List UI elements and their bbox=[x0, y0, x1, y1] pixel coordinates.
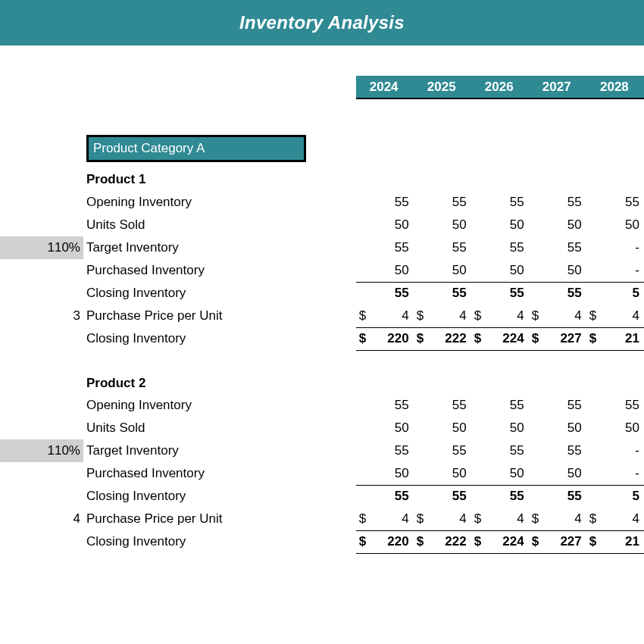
cell-value: 4 bbox=[483, 305, 529, 327]
cell-value: 50 bbox=[599, 214, 644, 236]
currency-symbol: $ bbox=[414, 508, 426, 530]
row-prefix bbox=[43, 191, 83, 214]
currency-symbol bbox=[586, 439, 599, 462]
row-label: Purchased Inventory bbox=[83, 462, 356, 485]
currency-symbol bbox=[586, 462, 599, 485]
currency-symbol: $ bbox=[356, 530, 368, 553]
cell-value: 50 bbox=[483, 214, 529, 236]
cell-value: 50 bbox=[368, 259, 414, 282]
cell-value: - bbox=[599, 236, 644, 259]
currency-symbol: $ bbox=[471, 508, 483, 530]
currency-symbol bbox=[414, 191, 426, 214]
cell-value: 4 bbox=[483, 508, 529, 530]
row-prefix bbox=[43, 259, 83, 282]
currency-symbol bbox=[529, 259, 541, 282]
currency-symbol bbox=[529, 236, 541, 259]
cell-value: 4 bbox=[541, 305, 586, 327]
cell-value: 55 bbox=[599, 191, 644, 214]
cell-value: 55 bbox=[426, 282, 471, 305]
currency-symbol: $ bbox=[414, 530, 426, 553]
cell-value: 4 bbox=[599, 508, 644, 530]
currency-symbol bbox=[586, 259, 599, 282]
cell-value: 227 bbox=[541, 327, 586, 350]
currency-symbol bbox=[471, 462, 483, 485]
row-label: Units Sold bbox=[83, 214, 356, 236]
inventory-table: 20242025202620272028Product Category APr… bbox=[0, 45, 644, 567]
currency-symbol bbox=[471, 394, 483, 417]
cell-value: 224 bbox=[483, 530, 529, 553]
cell-value: 50 bbox=[541, 214, 586, 236]
currency-symbol bbox=[586, 236, 599, 259]
cell-value: 50 bbox=[541, 462, 586, 485]
cell-value: 50 bbox=[426, 214, 471, 236]
row-prefix bbox=[43, 327, 83, 350]
currency-symbol bbox=[414, 439, 426, 462]
currency-symbol bbox=[414, 259, 426, 282]
currency-symbol: $ bbox=[529, 327, 541, 350]
currency-symbol bbox=[356, 439, 368, 462]
currency-symbol: $ bbox=[586, 530, 599, 553]
cell-value: 50 bbox=[368, 417, 414, 439]
currency-symbol bbox=[414, 485, 426, 508]
year-header: 2028 bbox=[586, 76, 644, 98]
row-label: Closing Inventory bbox=[83, 327, 356, 350]
currency-symbol bbox=[471, 191, 483, 214]
cell-value: 55 bbox=[483, 282, 529, 305]
row-label: Closing Inventory bbox=[83, 485, 356, 508]
currency-symbol bbox=[586, 282, 599, 305]
cell-value: 55 bbox=[426, 439, 471, 462]
currency-symbol: $ bbox=[586, 305, 599, 327]
cell-value: 5 bbox=[599, 282, 644, 305]
currency-symbol: $ bbox=[586, 327, 599, 350]
row-prefix bbox=[43, 485, 83, 508]
currency-symbol bbox=[471, 417, 483, 439]
currency-symbol bbox=[356, 214, 368, 236]
cell-value: 50 bbox=[368, 214, 414, 236]
cell-value: 55 bbox=[483, 191, 529, 214]
currency-symbol bbox=[356, 236, 368, 259]
currency-symbol bbox=[414, 462, 426, 485]
row-prefix: 3 bbox=[43, 305, 83, 327]
currency-symbol bbox=[529, 485, 541, 508]
year-header: 2024 bbox=[356, 76, 414, 98]
cell-value: 50 bbox=[426, 417, 471, 439]
currency-symbol: $ bbox=[586, 508, 599, 530]
currency-symbol bbox=[586, 191, 599, 214]
currency-symbol bbox=[529, 462, 541, 485]
currency-symbol bbox=[471, 259, 483, 282]
page-title: Inventory Analysis bbox=[0, 0, 644, 45]
row-prefix bbox=[43, 394, 83, 417]
row-prefix: 110% bbox=[43, 236, 83, 259]
currency-symbol: $ bbox=[356, 508, 368, 530]
cell-value: 222 bbox=[426, 327, 471, 350]
currency-symbol bbox=[356, 485, 368, 508]
currency-symbol bbox=[414, 394, 426, 417]
cell-value: 227 bbox=[541, 530, 586, 553]
currency-symbol bbox=[356, 259, 368, 282]
cell-value: 50 bbox=[368, 462, 414, 485]
currency-symbol bbox=[471, 282, 483, 305]
currency-symbol bbox=[586, 485, 599, 508]
cell-value: 55 bbox=[541, 191, 586, 214]
cell-value: 55 bbox=[368, 485, 414, 508]
row-label: Purchase Price per Unit bbox=[83, 508, 356, 530]
cell-value: 55 bbox=[483, 439, 529, 462]
row-prefix bbox=[43, 462, 83, 485]
currency-symbol bbox=[356, 191, 368, 214]
currency-symbol bbox=[356, 282, 368, 305]
currency-symbol bbox=[471, 236, 483, 259]
currency-symbol bbox=[529, 214, 541, 236]
row-prefix bbox=[43, 530, 83, 553]
currency-symbol: $ bbox=[529, 305, 541, 327]
cell-value: 50 bbox=[483, 259, 529, 282]
cell-value: 4 bbox=[426, 508, 471, 530]
cell-value: 55 bbox=[368, 236, 414, 259]
cell-value: 55 bbox=[426, 485, 471, 508]
currency-symbol bbox=[586, 394, 599, 417]
currency-symbol bbox=[471, 214, 483, 236]
row-prefix: 110% bbox=[43, 439, 83, 462]
cell-value: 50 bbox=[483, 462, 529, 485]
currency-symbol: $ bbox=[414, 305, 426, 327]
year-header: 2026 bbox=[471, 76, 529, 98]
cell-value: 55 bbox=[541, 439, 586, 462]
